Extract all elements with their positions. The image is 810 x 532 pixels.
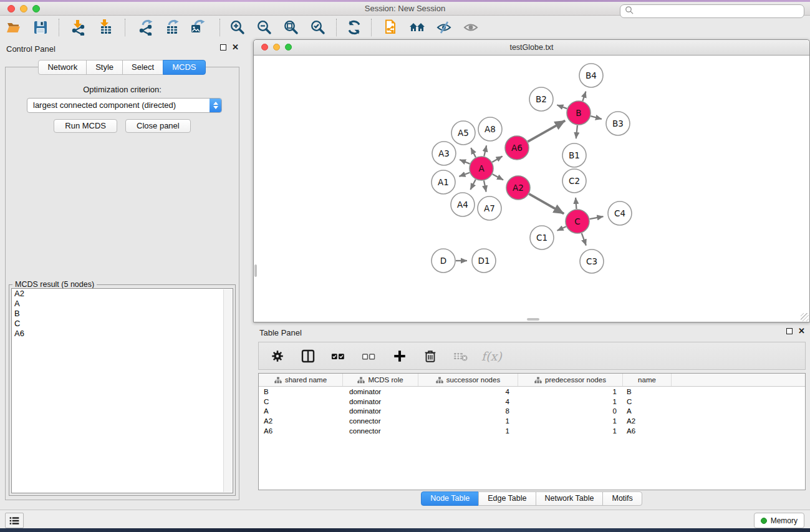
columns-button[interactable] bbox=[298, 346, 318, 366]
tab-mcds[interactable]: MCDS bbox=[163, 60, 205, 75]
graph-edge-A-A1[interactable] bbox=[459, 173, 470, 177]
table-body: Bdominator41BCdominator41CAdominator80AA… bbox=[259, 387, 805, 436]
canvas-vertical-scrollbar[interactable] bbox=[254, 264, 257, 277]
close-panel-icon[interactable]: ✕ bbox=[232, 44, 239, 51]
select-all-checkboxes-button[interactable] bbox=[329, 346, 349, 366]
graph-edge-C-C1[interactable] bbox=[557, 226, 566, 230]
tab-node-table[interactable]: Node Table bbox=[421, 491, 479, 506]
graph-node-label-B4: B4 bbox=[586, 70, 597, 80]
graph-node-label-A8: A8 bbox=[485, 124, 496, 134]
network-canvas[interactable]: AA1A2A3A4A5A6A7A8BB1B2B3B4CC1C2C3C4DD1 bbox=[254, 56, 809, 322]
graph-edge-A-A7[interactable] bbox=[484, 181, 486, 192]
graph-edge-B-B4[interactable] bbox=[582, 92, 586, 101]
search-icon bbox=[625, 6, 634, 17]
result-list-item[interactable]: A2 bbox=[12, 289, 233, 299]
table-panel-title: Table Panel bbox=[259, 328, 302, 337]
tab-motifs[interactable]: Motifs bbox=[602, 491, 642, 506]
result-list-item[interactable]: A6 bbox=[12, 329, 233, 339]
result-list-scrollbar[interactable] bbox=[223, 289, 232, 492]
graph-edge-C-C3[interactable] bbox=[582, 233, 586, 246]
zoom-out-button[interactable] bbox=[254, 17, 274, 37]
close-panel-button[interactable]: Close panel bbox=[125, 119, 191, 133]
graph-edge-A-A8[interactable] bbox=[484, 145, 486, 156]
graph-edge-A-A6[interactable] bbox=[492, 157, 502, 162]
import-table-icon bbox=[97, 19, 113, 36]
import-network-button[interactable] bbox=[68, 17, 88, 37]
tab-style[interactable]: Style bbox=[86, 60, 123, 75]
column-header-successor-nodes[interactable]: successor nodes bbox=[418, 374, 518, 386]
gear-button[interactable] bbox=[268, 346, 287, 366]
deselect-all-checkboxes-button[interactable] bbox=[359, 346, 379, 366]
table-row[interactable]: Bdominator41B bbox=[259, 387, 805, 397]
delete-table-button[interactable] bbox=[451, 346, 471, 366]
export-table-button[interactable] bbox=[162, 17, 181, 37]
graph-edge-A-A5[interactable] bbox=[471, 148, 476, 157]
graph-edge-B-B1[interactable] bbox=[576, 125, 577, 138]
add-button[interactable] bbox=[390, 346, 410, 366]
graph-edge-A-A3[interactable] bbox=[460, 160, 470, 164]
search-input[interactable] bbox=[620, 4, 804, 18]
criterion-dropdown[interactable]: largest connected component (directed) bbox=[27, 98, 222, 113]
open-session-button[interactable] bbox=[4, 17, 24, 37]
table-row[interactable]: A2connector11A2 bbox=[259, 416, 805, 426]
toolbar-separator bbox=[59, 19, 60, 36]
column-header-name[interactable]: name bbox=[623, 374, 672, 386]
network-graph: AA1A2A3A4A5A6A7A8BB1B2B3B4CC1C2C3C4DD1 bbox=[254, 56, 809, 322]
table-cell: connector bbox=[343, 427, 418, 435]
graph-edge-A6-B[interactable] bbox=[528, 120, 565, 142]
result-list-item[interactable]: C bbox=[12, 319, 233, 329]
new-network-document-button[interactable] bbox=[380, 17, 400, 37]
export-image-button[interactable] bbox=[188, 17, 208, 37]
table-cell: B bbox=[259, 388, 343, 395]
zoom-selected-icon bbox=[310, 19, 326, 36]
refresh-button[interactable] bbox=[344, 17, 364, 37]
trash-button[interactable] bbox=[420, 346, 440, 366]
graph-edge-B-B2[interactable] bbox=[557, 105, 567, 109]
column-header-shared-name[interactable]: shared name bbox=[259, 374, 343, 386]
resize-grip-icon[interactable] bbox=[801, 313, 809, 321]
tab-network[interactable]: Network bbox=[38, 60, 87, 75]
graph-edge-C-C4[interactable] bbox=[590, 216, 604, 219]
graph-edge-C-C2[interactable] bbox=[576, 198, 576, 209]
graph-edge-A-A2[interactable] bbox=[493, 174, 503, 180]
run-mcds-button[interactable]: Run MCDS bbox=[54, 119, 117, 133]
show-graphics-details-button[interactable] bbox=[461, 17, 481, 37]
graph-edge-B-B3[interactable] bbox=[591, 116, 602, 119]
graph-edge-A2-C[interactable] bbox=[529, 194, 564, 214]
result-list-item[interactable]: A bbox=[12, 299, 233, 309]
tab-network-table[interactable]: Network Table bbox=[536, 491, 604, 506]
table-toolbar: f(x) bbox=[258, 342, 806, 370]
graph-node-label-D: D bbox=[440, 256, 446, 266]
houses-button[interactable] bbox=[407, 17, 427, 37]
task-history-button[interactable] bbox=[5, 513, 24, 528]
table-cell: dominator bbox=[343, 407, 418, 415]
zoom-fit-button[interactable] bbox=[281, 17, 301, 37]
table-row[interactable]: A6connector11A6 bbox=[259, 426, 805, 436]
column-header-MCDS-role[interactable]: MCDS role bbox=[343, 374, 418, 386]
canvas-horizontal-scrollbar[interactable] bbox=[527, 318, 539, 321]
zoom-selected-button[interactable] bbox=[308, 17, 328, 37]
float-panel-icon[interactable] bbox=[220, 44, 226, 51]
import-table-button[interactable] bbox=[95, 17, 115, 37]
zoom-in-button[interactable] bbox=[228, 17, 248, 37]
control-panel-tabs: NetworkStyleSelectMCDS bbox=[0, 60, 244, 75]
table-cell: B bbox=[623, 388, 672, 395]
memory-button[interactable]: Memory bbox=[754, 513, 804, 528]
graph-node-label-B1: B1 bbox=[569, 150, 580, 160]
graph-edge-A-A4[interactable] bbox=[470, 180, 475, 190]
table-row[interactable]: Adominator80A bbox=[259, 407, 805, 417]
column-header-label: MCDS role bbox=[368, 376, 403, 384]
float-table-panel-icon[interactable] bbox=[786, 328, 793, 334]
hide-graphics-details-button[interactable] bbox=[434, 17, 454, 37]
close-table-panel-icon[interactable]: ✕ bbox=[798, 328, 805, 334]
export-network-button[interactable] bbox=[135, 17, 155, 37]
tab-edge-table[interactable]: Edge Table bbox=[478, 491, 536, 506]
function-builder-icon[interactable]: f(x) bbox=[481, 349, 502, 363]
trash-icon bbox=[423, 348, 438, 364]
result-list-item[interactable]: B bbox=[12, 309, 233, 319]
table-row[interactable]: Cdominator41C bbox=[259, 397, 805, 407]
save-button[interactable] bbox=[31, 17, 51, 37]
mcds-result-list[interactable]: A2ABCA6 bbox=[11, 288, 233, 493]
tab-select[interactable]: Select bbox=[122, 60, 163, 75]
column-header-predecessor-nodes[interactable]: predecessor nodes bbox=[518, 374, 623, 386]
